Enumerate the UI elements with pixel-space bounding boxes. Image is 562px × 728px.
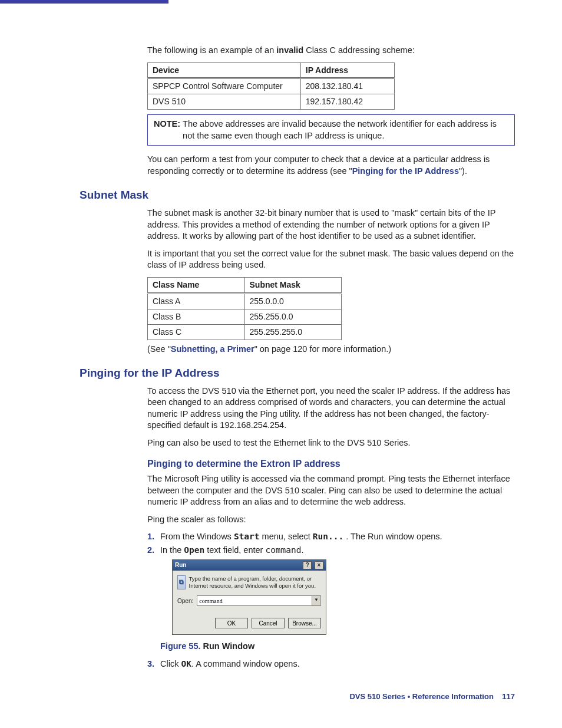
close-button-icon[interactable]: × (315, 561, 323, 569)
figure-caption: Figure 55. Run Window (160, 641, 515, 653)
text: text field, enter (204, 545, 265, 555)
text: Ping can also be used to test the Ethern… (147, 437, 515, 449)
text-mono: OK (181, 659, 191, 668)
run-icon: ⧉ (177, 575, 186, 589)
text: Class C addressing scheme: (303, 45, 415, 55)
subnet-mask-table: Class Name Subnet Mask Class A255.0.0.0 … (147, 277, 342, 340)
step-number: 2. (147, 545, 154, 556)
link-pinging[interactable]: Pinging for the IP Address (352, 166, 459, 176)
footer-text: DVS 510 Series • Reference Information (349, 692, 493, 701)
run-title-text: Run (175, 561, 186, 569)
run-message: Type the name of a program, folder, docu… (189, 575, 321, 589)
col-mask: Subnet Mask (244, 277, 342, 293)
heading-pinging-determine: Pinging to determine the Extron IP addre… (147, 457, 515, 470)
text: The Microsoft Ping utility is accessed v… (147, 473, 515, 508)
note-box: NOTE: The above addresses are invalid be… (147, 114, 515, 146)
decorative-top-bar (0, 0, 168, 4)
open-combobox[interactable]: ▼ (197, 595, 321, 606)
ok-button[interactable]: OK (215, 618, 248, 628)
run-titlebar: Run ? × (173, 560, 326, 571)
text-mono: command (265, 545, 301, 555)
text-mono: Run... (313, 532, 343, 541)
text-bold: invalid (276, 45, 303, 55)
text: " on page 120 for more information.) (254, 344, 391, 354)
step-number: 1. (147, 531, 154, 543)
cell: 192.157.180.42 (300, 94, 394, 110)
heading-subnet-mask: Subnet Mask (80, 187, 515, 203)
section-pinging: To access the DVS 510 via the Ethernet p… (147, 386, 515, 670)
see-subnetting: (See "Subnetting, a Primer" on page 120 … (147, 344, 515, 355)
note-text: The above addresses are invalid because … (183, 118, 508, 141)
heading-pinging: Pinging for the IP Address (80, 365, 515, 381)
cell: Class B (148, 309, 245, 324)
step-number: 3. (147, 658, 154, 670)
text: The following is an example of an (147, 45, 276, 55)
section-subnet: The subnet mask is another 32-bit binary… (147, 207, 515, 355)
figure-number: Figure 55. (160, 641, 201, 651)
text: (See " (147, 344, 171, 354)
col-class: Class Name (148, 277, 245, 293)
run-dialog: Run ? × ⧉ Type the name of a program, fo… (172, 559, 326, 635)
intro-line: The following is an example of an invali… (147, 45, 515, 57)
cell: DVS 510 (148, 94, 301, 110)
text: . (302, 545, 304, 555)
col-device: Device (148, 62, 301, 78)
invalid-address-table: Device IP Address SPPCP Control Software… (147, 62, 395, 110)
text: Click (160, 659, 181, 668)
text: "). (459, 166, 467, 176)
step-2: 2. In the Open text field, enter command… (147, 545, 515, 653)
page-number: 117 (502, 692, 515, 701)
open-input[interactable] (197, 596, 312, 605)
text-mono: Start (234, 532, 260, 541)
text: . The Run window opens. (343, 532, 442, 541)
dropdown-arrow-icon[interactable]: ▼ (312, 596, 320, 605)
open-label: Open: (177, 597, 193, 605)
cell: SPPCP Control Software Computer (148, 78, 301, 94)
text: The subnet mask is another 32-bit binary… (147, 207, 515, 242)
cell: Class C (148, 324, 245, 340)
help-button-icon[interactable]: ? (303, 561, 312, 569)
para-test: You can perform a test from your compute… (147, 154, 515, 177)
step-3: 3. Click OK. A command window opens. (147, 658, 515, 670)
text: menu, select (260, 532, 313, 541)
page-footer: DVS 510 Series • Reference Information 1… (80, 691, 515, 702)
steps-list: 1. From the Windows Start menu, select R… (147, 531, 515, 670)
text: From the Windows (160, 532, 234, 541)
section-invalid-example: The following is an example of an invali… (147, 45, 515, 177)
cell: 255.255.0.0 (244, 309, 342, 324)
col-ip: IP Address (300, 62, 394, 78)
figure-title: Run Window (201, 641, 255, 651)
cell: Class A (148, 293, 245, 309)
text: Ping the scaler as follows: (147, 514, 515, 526)
cell: 255.0.0.0 (244, 293, 342, 309)
text: . A command window opens. (191, 659, 300, 668)
text-mono: Open (184, 545, 204, 555)
browse-button[interactable]: Browse... (288, 618, 321, 628)
cell: 255.255.255.0 (244, 324, 342, 340)
cancel-button[interactable]: Cancel (252, 618, 285, 628)
text: In the (160, 545, 184, 555)
cell: 208.132.180.41 (300, 78, 394, 94)
text: To access the DVS 510 via the Ethernet p… (147, 386, 515, 431)
page-body: The following is an example of an invali… (0, 45, 562, 725)
text: It is important that you set the correct… (147, 248, 515, 271)
link-subnetting-primer[interactable]: Subnetting, a Primer (171, 344, 254, 354)
note-label: NOTE: (154, 119, 180, 129)
step-1: 1. From the Windows Start menu, select R… (147, 531, 515, 543)
